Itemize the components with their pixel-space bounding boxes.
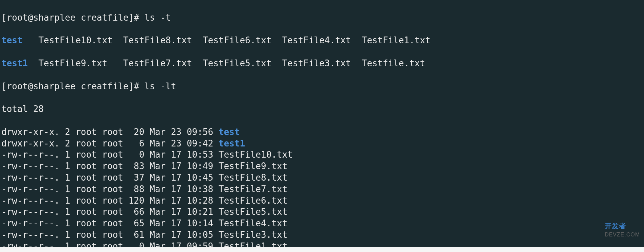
ls-lt-name: TestFile4.txt [219,218,288,228]
ls-lt-name: TestFile9.txt [219,161,288,171]
ls-lt-row: -rw-r--r--. 1 root root 88 Mar 17 10:38 … [1,184,643,195]
ls-lt-name: test1 [219,138,245,148]
terminal-output[interactable]: [root@sharplee creatfile]# ls -t test Te… [0,0,644,252]
ls-lt-row: -rw-r--r--. 1 root root 37 Mar 17 10:45 … [1,172,643,184]
ls-lt-name: TestFile7.txt [219,184,288,194]
command-1: ls -t [145,13,171,23]
prompt-at: @ [28,13,33,23]
file-tf9: TestFile9.txt [39,58,108,68]
file-tf7: TestFile7.txt [123,58,192,68]
ls-lt-row: -rw-r--r--. 1 root root 0 Mar 17 10:53 T… [1,149,643,161]
prompt-line-1: [root@sharplee creatfile]# ls -t [1,12,643,24]
ls-lt-row: -rw-r--r--. 1 root root 61 Mar 17 10:05 … [1,229,643,241]
ls-lt-name: TestFile8.txt [219,173,288,183]
prompt-open: [ [1,13,7,23]
command-2: ls -lt [145,81,176,91]
ls-t-row-2: test1 TestFile9.txt TestFile7.txt TestFi… [1,58,643,69]
ls-lt-name: test [219,127,240,137]
ls-lt-row: -rw-r--r--. 1 root root 65 Mar 17 10:14 … [1,218,643,229]
file-tf6: TestFile6.txt [203,35,272,45]
prompt-user: root [7,13,28,23]
ls-t-row-1: test TestFile10.txt TestFile8.txt TestFi… [1,35,643,46]
taskbar[interactable] [0,247,644,252]
ls-lt-row: -rw-r--r--. 1 root root 83 Mar 17 10:49 … [1,161,643,172]
prompt-line-2: [root@sharplee creatfile]# ls -lt [1,81,643,92]
prompt-symbol: # [134,13,139,23]
file-tf8: TestFile8.txt [123,35,192,45]
dir-test: test [1,35,23,45]
ls-lt-row: -rw-r--r--. 1 root root 120 Mar 17 10:28… [1,195,643,207]
file-tf5: TestFile5.txt [203,58,272,68]
file-tf10: TestFile10.txt [39,35,113,45]
ls-lt-row: -rw-r--r--. 1 root root 66 Mar 17 10:21 … [1,206,643,218]
ls-lt-name: TestFile3.txt [219,230,288,240]
watermark-bottom: DEVZE.COM [605,231,640,238]
file-tf1: TestFile1.txt [362,35,431,45]
ls-lt-row: drwxr-xr-x. 2 root root 6 Mar 23 09:42 t… [1,138,643,150]
prompt-cwd: creatfile [81,13,129,23]
ls-lt-name: TestFile6.txt [219,196,288,206]
prompt-close: ] [129,13,134,23]
prompt-host: sharplee [33,13,75,23]
ls-lt-name: TestFile10.txt [219,150,293,160]
ls-lt-name: TestFile5.txt [219,207,288,217]
dir-test1: test1 [1,58,28,68]
ls-lt-row: drwxr-xr-x. 2 root root 20 Mar 23 09:56 … [1,127,643,138]
watermark-top: 开发者 [605,222,626,230]
file-tf4: TestFile4.txt [282,35,351,45]
total-line: total 28 [1,104,643,115]
file-tf3: TestFile3.txt [282,58,351,68]
file-tf: Testfile.txt [362,58,425,68]
watermark: 开发者 DEVZE.COM [605,219,640,238]
